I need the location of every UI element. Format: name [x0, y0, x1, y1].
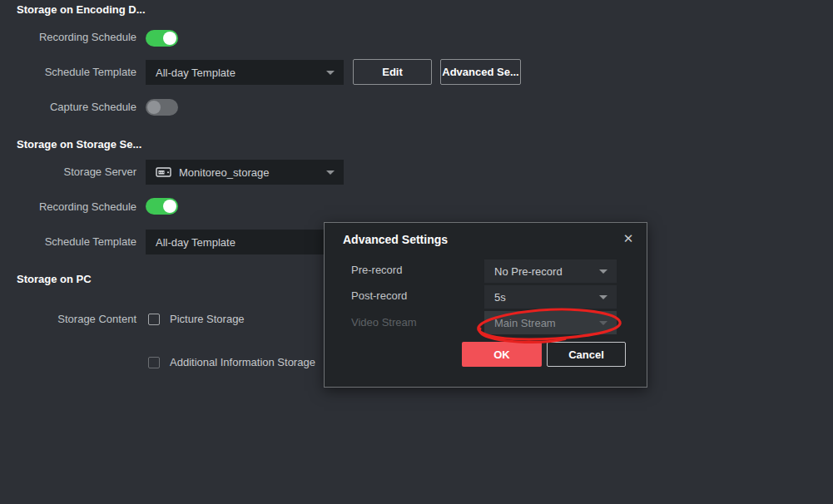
toggle-knob: [147, 101, 161, 114]
schedule-template-value: All-day Template: [156, 67, 236, 79]
schedule-template-dropdown[interactable]: All-day Template: [146, 60, 344, 85]
storage-content-label: Storage Content: [0, 313, 136, 326]
section-title-storage-pc: Storage on PC: [17, 273, 92, 286]
additional-info-storage-label: Additional Information Storage: [170, 356, 315, 369]
video-stream-label: Video Stream: [351, 316, 459, 329]
edit-button[interactable]: Edit: [353, 59, 432, 85]
recording-schedule-label: Recording Schedule: [0, 31, 136, 44]
picture-storage-checkbox[interactable]: [148, 314, 160, 325]
recording-schedule-toggle-server[interactable]: [146, 198, 178, 215]
schedule-template-label: Schedule Template: [0, 235, 136, 249]
picture-storage-label: Picture Storage: [170, 313, 245, 326]
capture-schedule-label: Capture Schedule: [0, 101, 136, 114]
chevron-down-icon: [326, 170, 335, 175]
ok-button[interactable]: OK: [462, 342, 542, 367]
pre-record-dropdown[interactable]: No Pre-record: [484, 259, 617, 283]
cancel-button[interactable]: Cancel: [547, 342, 626, 367]
advanced-settings-dialog: Advanced Settings ✕ Pre-record No Pre-re…: [324, 222, 647, 388]
chevron-down-icon: [599, 269, 607, 274]
schedule-template-dropdown-server[interactable]: All-day Template: [146, 230, 344, 254]
section-title-encoding-device: Storage on Encoding D...: [17, 3, 146, 17]
toggle-knob: [163, 32, 176, 45]
storage-server-device-icon: [156, 166, 171, 178]
capture-schedule-toggle[interactable]: [146, 99, 178, 116]
storage-settings-page: Storage on Encoding D... Recording Sched…: [0, 0, 833, 504]
chevron-down-icon: [326, 71, 335, 75]
post-record-dropdown[interactable]: 5s: [484, 285, 617, 309]
recording-schedule-toggle[interactable]: [146, 30, 178, 47]
storage-server-label: Storage Server: [0, 166, 136, 179]
chevron-down-icon: [599, 295, 607, 299]
section-title-storage-server: Storage on Storage Se...: [17, 138, 141, 151]
pre-record-label: Pre-record: [351, 264, 459, 276]
storage-server-value: Monitoreo_storage: [179, 166, 269, 179]
schedule-template-value: All-day Template: [156, 236, 236, 249]
advanced-settings-button[interactable]: Advanced Se...: [440, 59, 521, 85]
additional-info-storage-checkbox[interactable]: [148, 357, 160, 368]
video-stream-value: Main Stream: [494, 317, 556, 329]
video-stream-dropdown: Main Stream: [484, 311, 617, 334]
toggle-knob: [163, 200, 176, 213]
dialog-title: Advanced Settings: [343, 233, 448, 246]
recording-schedule-label: Recording Schedule: [0, 200, 136, 214]
storage-server-dropdown[interactable]: Monitoreo_storage: [146, 160, 344, 185]
close-icon[interactable]: ✕: [620, 230, 637, 247]
schedule-template-label: Schedule Template: [0, 66, 136, 79]
post-record-label: Post-record: [351, 289, 459, 302]
chevron-down-icon: [599, 321, 607, 325]
post-record-value: 5s: [494, 291, 506, 304]
pre-record-value: No Pre-record: [494, 265, 563, 278]
